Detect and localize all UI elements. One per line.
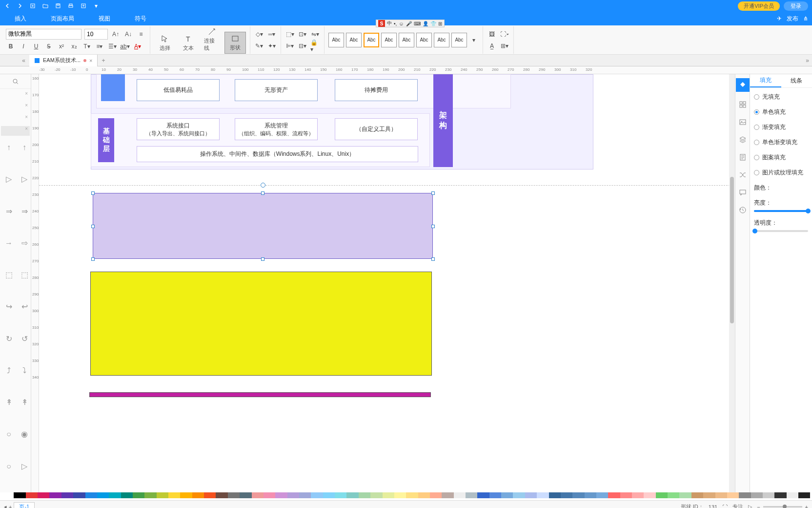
color-swatch[interactable] — [620, 492, 632, 498]
ime-lang[interactable]: 中 — [387, 20, 392, 27]
publish-icon[interactable]: ✈ — [777, 15, 782, 22]
ime-skin-icon[interactable]: 👕 — [430, 21, 436, 26]
distribute-icon[interactable]: ⊟▾ — [298, 41, 307, 51]
style-preset-4[interactable]: Abc — [381, 33, 397, 47]
document-tab[interactable]: EAM系统技术... × — [29, 55, 98, 66]
color-swatch[interactable] — [299, 492, 311, 498]
shape-item[interactable]: → — [3, 237, 15, 249]
color-swatch[interactable] — [691, 492, 703, 498]
color-swatch[interactable] — [204, 492, 216, 498]
color-swatch[interactable] — [394, 492, 406, 498]
color-swatch[interactable] — [144, 492, 156, 498]
color-swatch[interactable] — [252, 492, 264, 498]
redo-icon[interactable] — [17, 2, 23, 9]
color-swatch[interactable] — [632, 492, 644, 498]
dock-close-4[interactable]: × — [1, 126, 30, 136]
color-swatch[interactable] — [61, 492, 73, 498]
color-swatch[interactable] — [216, 492, 227, 498]
fill-none[interactable]: 无填充 — [754, 93, 808, 101]
shape-item[interactable]: ↻ — [3, 333, 15, 345]
dock-history-icon[interactable] — [738, 205, 748, 215]
color-swatch[interactable] — [359, 492, 370, 498]
zoom-out-icon[interactable]: − — [757, 504, 760, 508]
handle-n[interactable] — [261, 191, 264, 195]
line-spacing-icon[interactable]: ≡▾ — [95, 42, 104, 51]
color-swatch[interactable] — [2, 492, 14, 498]
open-icon[interactable] — [42, 2, 49, 9]
ime-toolbar[interactable]: S 中 •, ☺ 🎤 ⌨ 👤 👕 ⊞ — [376, 20, 445, 27]
shape-item[interactable]: ↟ — [3, 397, 15, 408]
menu-layout[interactable]: 页面布局 — [51, 15, 74, 23]
fill-pattern[interactable]: 图案填充 — [754, 153, 808, 162]
share-icon[interactable]: ⋔ — [803, 15, 808, 22]
export-icon[interactable] — [80, 2, 87, 9]
color-swatch[interactable] — [751, 492, 763, 498]
color-swatch[interactable] — [787, 492, 798, 498]
dock-image-icon[interactable] — [738, 117, 748, 127]
color-swatch[interactable] — [501, 492, 513, 498]
opacity-slider[interactable] — [754, 230, 808, 232]
color-swatch[interactable] — [133, 492, 144, 498]
yellow-rectangle[interactable] — [90, 272, 432, 376]
tool-connector[interactable]: 连接线 — [201, 25, 223, 54]
color-swatch[interactable] — [97, 492, 109, 498]
style-more-icon[interactable]: ▾ — [469, 35, 479, 45]
box-consumables[interactable]: 低值易耗品 — [137, 79, 220, 101]
box-deferred[interactable]: 待摊费用 — [335, 79, 418, 101]
line-color-icon[interactable]: ✎▾ — [254, 41, 264, 51]
shape-item[interactable]: ↪ — [3, 301, 15, 313]
decrease-font-icon[interactable]: A↓ — [123, 29, 133, 39]
rotate-handle[interactable] — [261, 183, 265, 188]
login-button[interactable]: 登录 — [784, 1, 808, 11]
color-swatch[interactable] — [727, 492, 739, 498]
save-icon[interactable] — [55, 2, 61, 9]
handle-sw[interactable] — [91, 257, 95, 261]
shape-item[interactable]: ⬚ — [3, 269, 15, 281]
color-swatch[interactable] — [85, 492, 97, 498]
handle-s[interactable] — [261, 257, 264, 261]
color-swatch[interactable] — [406, 492, 418, 498]
color-swatch[interactable] — [323, 492, 335, 498]
italic-icon[interactable]: I — [19, 42, 28, 51]
font-select[interactable] — [6, 29, 81, 40]
handle-se[interactable] — [431, 257, 435, 261]
color-swatch[interactable] — [38, 492, 49, 498]
dock-close-3[interactable]: × — [1, 114, 30, 124]
color-swatch[interactable] — [14, 492, 25, 498]
fit-icon[interactable]: ⛶ — [722, 504, 728, 508]
color-swatch[interactable] — [121, 492, 133, 498]
color-swatch[interactable] — [549, 492, 561, 498]
shape-item[interactable]: ↟ — [19, 397, 30, 408]
color-swatch[interactable] — [561, 492, 572, 498]
undo-icon[interactable] — [4, 2, 11, 9]
fill-gradient[interactable]: 渐变填充 — [754, 123, 808, 131]
color-swatch[interactable] — [466, 492, 477, 498]
box-os[interactable]: 操作系统、中间件、数据库（Windows系列、Linux、Unix） — [137, 146, 418, 162]
ime-kbd-icon[interactable]: ⌨ — [414, 21, 421, 26]
more-tool-icon[interactable]: ⊞▾ — [500, 41, 509, 51]
handle-e[interactable] — [431, 225, 435, 228]
color-swatch[interactable] — [168, 492, 180, 498]
style-preset-2[interactable]: Abc — [346, 33, 362, 47]
color-swatch[interactable] — [715, 492, 727, 498]
size-select[interactable] — [84, 29, 108, 40]
tool-shape[interactable]: 形状 — [224, 32, 246, 54]
color-swatch[interactable] — [442, 492, 453, 498]
shape-item[interactable]: ↑ — [3, 142, 15, 153]
align-obj-icon[interactable]: ⊫▾ — [285, 41, 295, 51]
color-swatch[interactable] — [430, 492, 442, 498]
shape-item[interactable]: ⬚ — [19, 269, 30, 281]
scrollbar-vertical[interactable] — [729, 74, 735, 492]
canvas[interactable]: 低值易耗品 无形资产 待摊费用 架构 基础层 系统接口（导入导出、系统间接口） … — [39, 74, 735, 492]
color-swatch[interactable] — [703, 492, 715, 498]
color-swatch[interactable] — [383, 492, 394, 498]
color-swatch[interactable] — [644, 492, 655, 498]
color-swatch[interactable] — [180, 492, 192, 498]
style-preset-3[interactable]: Abc — [364, 33, 379, 47]
tool-select[interactable]: 选择 — [154, 33, 176, 54]
panel-collapse-icon[interactable]: « — [0, 57, 29, 64]
color-swatch[interactable] — [157, 492, 168, 498]
menu-view[interactable]: 视图 — [99, 15, 110, 23]
dock-shuffle-icon[interactable] — [738, 170, 748, 180]
shape-item[interactable]: ⤵ — [19, 365, 30, 377]
